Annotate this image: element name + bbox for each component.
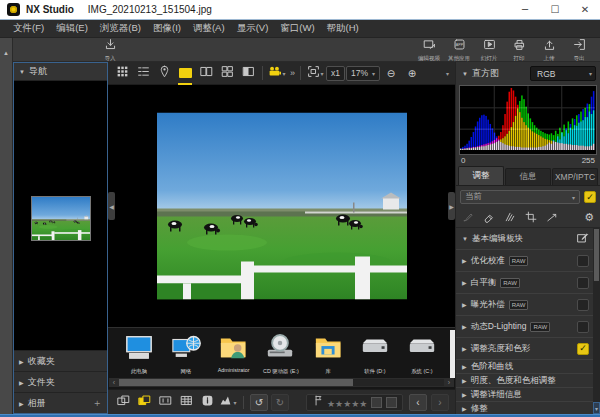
compare-view-button[interactable] [114, 394, 132, 411]
adjustment-section-row[interactable]: ▶ 调整详细信息 [456, 388, 593, 402]
close-button[interactable]: ✕ [570, 0, 600, 19]
filmstrip-toggle-button[interactable]: ▾ [267, 64, 287, 83]
section-checkbox[interactable] [577, 255, 589, 267]
histogram-channel-dropdown[interactable]: RGB▾ [530, 66, 596, 81]
picker-tool-icon[interactable] [462, 209, 474, 227]
apply-adjustments-checkbox[interactable]: ✓ [584, 191, 596, 203]
right-panel-collapse-button[interactable]: ▾ [446, 70, 449, 77]
next-image-button[interactable]: › [431, 394, 449, 411]
tab-xmp-iptc[interactable]: XMP/IPTC [552, 168, 598, 185]
filmstrip-item[interactable]: 网络 [163, 332, 208, 376]
menu-item[interactable]: 图像(I) [148, 21, 186, 36]
scroll-left-icon[interactable]: ‹ [109, 378, 119, 387]
sidebar-item-folders[interactable]: ▶ 文件夹 [14, 371, 107, 392]
tag-button[interactable] [386, 397, 397, 408]
redo-button[interactable]: ↻ [271, 394, 289, 411]
retouch-brush-icon[interactable] [483, 209, 495, 227]
section-checkbox[interactable] [577, 277, 589, 289]
filmstrip-item[interactable]: 此电脑 [116, 332, 161, 376]
scrollbar-thumb[interactable] [594, 229, 599, 281]
show-histogram-button[interactable]: ▾ [219, 394, 237, 411]
menu-item[interactable]: 调整(A) [188, 21, 230, 36]
star-rating[interactable]: ★★★★★ [327, 393, 367, 411]
toolbar-action-slideshow[interactable]: 幻灯片 [474, 38, 504, 61]
left-panel-collapse-strip[interactable]: ▲ [0, 38, 13, 414]
tab-info[interactable]: 信息 [505, 168, 551, 185]
thumbnail-grid-view-button[interactable] [112, 64, 132, 83]
straighten-tool-icon[interactable] [546, 209, 558, 227]
zoom-in-button[interactable]: ⊕ [402, 64, 422, 83]
image-canvas[interactable]: ◀ ▶ [108, 85, 455, 327]
label-box-button[interactable] [371, 397, 382, 408]
maximize-button[interactable]: ☐ [540, 0, 570, 19]
filmstrip-item[interactable]: 软件 (D:) [352, 332, 397, 376]
more-tools-button[interactable]: » [288, 68, 296, 78]
navigation-thumbnail[interactable] [31, 196, 91, 241]
minimize-button[interactable]: ─ [510, 0, 540, 19]
menu-item[interactable]: 帮助(H) [322, 21, 364, 36]
histogram-header[interactable]: ▼ 直方图 RGB▾ [456, 62, 600, 85]
filmstrip-horizontal-scrollbar[interactable]: ‹ › [109, 378, 454, 387]
menu-item[interactable]: 显示(V) [232, 21, 274, 36]
import-button[interactable]: 导入 [95, 38, 125, 61]
scrollbar-thumb[interactable] [119, 379, 353, 386]
sections-scrollbar[interactable]: ▾ [593, 228, 600, 414]
scroll-right-icon[interactable]: › [444, 378, 454, 387]
menu-item[interactable]: 窗口(W) [275, 21, 319, 36]
toolbar-action-editvideo[interactable]: 编辑视频 [414, 38, 444, 61]
undo-button[interactable]: ↺ [250, 394, 268, 411]
image-view-button[interactable] [175, 64, 195, 83]
preset-dropdown[interactable]: 当前▾ [460, 190, 580, 204]
map-view-button[interactable] [154, 64, 174, 83]
fit-to-screen-button[interactable]: ▾ [305, 64, 325, 83]
add-album-button[interactable]: ＋ [92, 396, 102, 410]
adjustment-section-row[interactable]: ▶ 修整 [456, 402, 593, 414]
gear-icon[interactable]: ⚙ [584, 211, 594, 224]
sidebar-item-albums[interactable]: ▶ 相册 ＋ [14, 392, 107, 413]
menu-item[interactable]: 编辑(E) [51, 21, 93, 36]
show-info-button[interactable] [198, 394, 216, 411]
toolbar-action-upload[interactable]: 上传 [534, 38, 564, 61]
collapse-right-panel-handle[interactable]: ▶ [448, 192, 455, 220]
show-frame-button[interactable] [156, 394, 174, 411]
two-up-view-button[interactable] [196, 64, 216, 83]
adjustment-section-row[interactable]: ▶ 曝光补偿 RAW [456, 294, 593, 316]
zoom-out-button[interactable]: ⊖ [381, 64, 401, 83]
section-checkbox[interactable] [577, 321, 589, 333]
adjustment-section-row[interactable]: ▶ 动态D-Lighting RAW [456, 316, 593, 338]
flag-icon[interactable] [312, 393, 325, 411]
photo-pasture-cows[interactable] [157, 113, 407, 300]
section-checkbox[interactable] [577, 299, 589, 311]
zoom-level-dropdown[interactable]: 17%▾ [346, 66, 380, 81]
show-grid-button[interactable] [177, 394, 195, 411]
section-checkbox[interactable]: ✓ [577, 343, 589, 355]
adjustment-section-row[interactable]: ▶ 优化校准 RAW [456, 250, 593, 272]
collapse-left-panel-handle[interactable]: ◀ [108, 192, 115, 220]
nav-palette-header[interactable]: ▼ 导航 [14, 63, 107, 81]
tab-adjust[interactable]: 调整 [458, 166, 504, 185]
basic-edit-section-header[interactable]: ▼ 基本编辑板块 [456, 228, 593, 250]
scroll-down-icon[interactable]: ▾ [593, 402, 600, 414]
filmstrip-item[interactable]: CD 驱动器 (E:) [258, 332, 303, 376]
menu-item[interactable]: 浏览器(B) [95, 21, 146, 36]
zoom-1to1-button[interactable]: x1 [326, 66, 345, 81]
filmstrip-item[interactable]: Administrator [211, 332, 256, 373]
four-up-view-button[interactable] [217, 64, 237, 83]
toolbar-action-export[interactable]: 导出 [564, 38, 594, 61]
toolbar-action-print[interactable]: 打印 [504, 38, 534, 61]
thumbnail-list-view-button[interactable] [133, 64, 153, 83]
before-after-view-button[interactable] [238, 64, 258, 83]
adjustment-section-row[interactable]: ▶ 明度、色度和色相调整 [456, 374, 593, 388]
edit-list-icon[interactable] [576, 230, 589, 248]
toolbar-action-apps[interactable]: APP 其他应用 [444, 38, 474, 61]
filmstrip-item[interactable]: 系统 (C:) [400, 332, 445, 376]
adjustment-section-row[interactable]: ▶ 色阶和曲线 [456, 360, 593, 374]
sync-view-button-active[interactable] [135, 394, 153, 411]
filmstrip-item[interactable]: 库 [305, 332, 350, 376]
menu-item[interactable]: 文件(F) [8, 21, 49, 36]
crop-tool-icon[interactable] [525, 209, 537, 227]
adjustment-section-row[interactable]: ▶ 白平衡 RAW [456, 272, 593, 294]
previous-image-button[interactable]: ‹ [409, 394, 427, 411]
adjustment-section-row[interactable]: ▶ 调整亮度和色彩 ✓ [456, 338, 593, 360]
sidebar-item-favorites[interactable]: ▶ 收藏夹 [14, 350, 107, 371]
